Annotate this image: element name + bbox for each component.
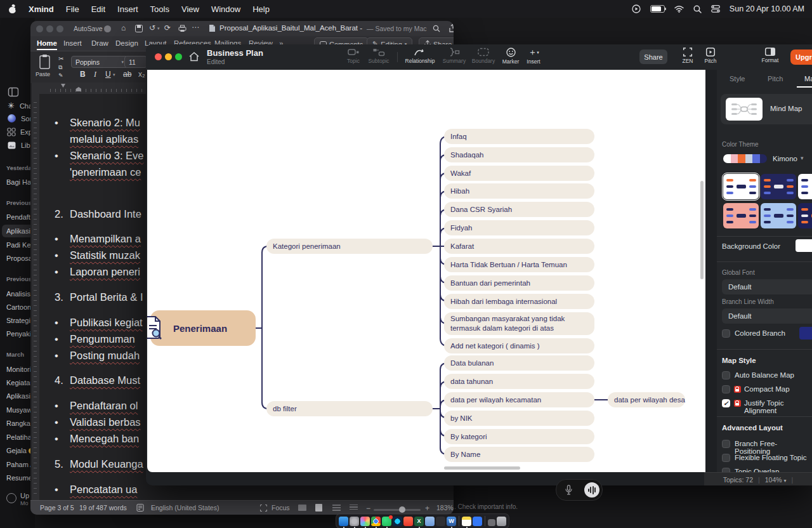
- battery-icon[interactable]: [650, 5, 665, 13]
- upgrade-button[interactable]: Upgrade: [790, 50, 812, 65]
- dock-icon-blue-app[interactable]: [473, 517, 482, 526]
- print-icon[interactable]: [178, 25, 187, 32]
- search-icon[interactable]: [433, 25, 440, 32]
- zoom-icon[interactable]: [56, 25, 63, 32]
- topic-kategori-penerimaan[interactable]: Kategori penerimaan: [266, 239, 433, 254]
- chevron-down-icon[interactable]: ▾: [801, 155, 804, 161]
- autosave-toggle[interactable]: [104, 25, 111, 32]
- dock-icon-red-app[interactable]: [403, 517, 413, 526]
- tool-boundary[interactable]: Boundary: [467, 48, 500, 64]
- cut-icon[interactable]: ✂: [58, 55, 63, 62]
- dock-icon-photos[interactable]: [360, 517, 370, 526]
- tool-subtopic[interactable]: Subtopic: [362, 48, 395, 64]
- subtopic[interactable]: Harta Tidak Bertuan / Harta Temuan: [444, 257, 594, 272]
- colored-branch-checkbox[interactable]: [722, 329, 730, 338]
- tab-design[interactable]: Design: [115, 39, 138, 47]
- subtopic[interactable]: By Name: [444, 447, 594, 462]
- structure-card[interactable]: Mind Map: [721, 94, 812, 124]
- tab-home[interactable]: Home: [37, 39, 57, 47]
- upgrade-icon[interactable]: [6, 493, 16, 503]
- tool-summary[interactable]: Summary: [439, 48, 469, 64]
- theme-color-strip[interactable]: [723, 154, 767, 163]
- branch-color-swatch[interactable]: [799, 327, 812, 340]
- subtopic[interactable]: Shadaqah: [444, 147, 594, 162]
- zoom-out-button[interactable]: −: [366, 504, 370, 513]
- subtopic[interactable]: data per wilayah kecamatan: [444, 392, 594, 407]
- subtopic[interactable]: Hibah: [444, 183, 594, 199]
- compact-map-checkbox[interactable]: [722, 385, 730, 393]
- theme-thumbnail-selected[interactable]: [723, 174, 759, 199]
- tool-insert[interactable]: ＋▾ Insert: [520, 48, 547, 65]
- tool-relationship[interactable]: Relationship: [400, 48, 440, 64]
- panel-tab-pitch[interactable]: Pitch: [768, 75, 783, 82]
- dock-icon-dark-app[interactable]: [436, 517, 445, 526]
- format-painter-icon[interactable]: ✎: [58, 72, 63, 79]
- strikethrough-button[interactable]: ab: [123, 70, 131, 79]
- sidebar-toggle-icon[interactable]: [8, 88, 18, 96]
- read-mode-icon[interactable]: [298, 505, 306, 511]
- chevron-down-icon[interactable]: ▾: [113, 72, 115, 77]
- theme-thumbnail[interactable]: [761, 174, 796, 199]
- dock-icon-excel[interactable]: X: [414, 517, 424, 526]
- upgrade-label[interactable]: Up: [20, 492, 29, 499]
- share-icon[interactable]: [449, 24, 454, 32]
- font-name-select[interactable]: Poppins▾: [71, 56, 128, 68]
- indent-marker[interactable]: [61, 84, 65, 88]
- dock-icon-settings[interactable]: [350, 517, 359, 526]
- theme-name[interactable]: Kimono: [773, 155, 797, 162]
- menu-view[interactable]: View: [181, 4, 199, 14]
- justify-alignment-checkbox[interactable]: ✓: [722, 399, 730, 407]
- copy-icon[interactable]: ⧉: [58, 64, 62, 71]
- branch-free-positioning-checkbox[interactable]: [722, 440, 730, 448]
- underline-button[interactable]: U: [105, 70, 111, 79]
- word-count[interactable]: 19 of 487 words: [79, 504, 127, 512]
- dock-icon-whatsapp[interactable]: [382, 517, 391, 526]
- format-button[interactable]: Format: [756, 48, 784, 63]
- more-icon[interactable]: ⋯: [192, 23, 200, 32]
- font-size-select[interactable]: 11: [124, 56, 147, 68]
- paste-label[interactable]: Paste: [36, 71, 50, 77]
- subtopic[interactable]: Fidyah: [444, 220, 594, 235]
- italic-button[interactable]: I: [94, 70, 96, 79]
- menu-window[interactable]: Window: [211, 4, 240, 14]
- wifi-icon[interactable]: [674, 6, 684, 13]
- dock-icon-folder[interactable]: [425, 517, 435, 526]
- subtopic[interactable]: By kategori: [444, 429, 594, 444]
- indent-marker[interactable]: [76, 87, 81, 91]
- zoom-in-button[interactable]: +: [425, 504, 429, 513]
- apple-menu-icon[interactable]: [9, 4, 16, 13]
- subscript-button[interactable]: x₂: [138, 70, 145, 79]
- central-topic[interactable]: Penerimaan: [150, 310, 256, 346]
- home-icon[interactable]: [189, 52, 199, 62]
- save-icon[interactable]: [135, 25, 143, 32]
- language-indicator[interactable]: English (United States): [151, 504, 219, 512]
- subtopic[interactable]: Dana CSR Syariah: [444, 202, 594, 217]
- pitch-button[interactable]: Pitch: [699, 48, 722, 64]
- menu-edit[interactable]: Edit: [91, 4, 105, 14]
- menu-bar-clock[interactable]: Sun 20 Apr 10.00 AM: [730, 4, 804, 13]
- paste-clipboard-icon[interactable]: [39, 55, 51, 70]
- sidebar-item-explore[interactable]: Exp: [8, 128, 32, 136]
- mindmap-canvas[interactable]: Penerimaan Kategori penerimaan db filter…: [147, 70, 705, 472]
- draft-view-icon[interactable]: [350, 505, 358, 511]
- global-font-select[interactable]: Default: [722, 279, 812, 294]
- auto-balance-checkbox[interactable]: [722, 371, 730, 380]
- theme-thumbnail[interactable]: [723, 203, 759, 228]
- share-button[interactable]: Share: [639, 50, 667, 64]
- dock-minimized-window[interactable]: [488, 519, 495, 526]
- flexible-floating-topic-checkbox[interactable]: [722, 454, 730, 462]
- home-icon[interactable]: ⌂: [121, 23, 126, 32]
- undo-icon[interactable]: ↺: [149, 23, 155, 32]
- microphone-icon[interactable]: [565, 485, 572, 495]
- theme-thumbnail[interactable]: [798, 203, 812, 228]
- sidebar-item-chatgpt[interactable]: ✳Cha: [8, 101, 32, 110]
- menu-tools[interactable]: Tools: [150, 4, 169, 14]
- subtopic[interactable]: data tahunan: [444, 374, 594, 389]
- branch-line-width-select[interactable]: Default: [722, 308, 812, 324]
- dock-icon-notes[interactable]: [462, 517, 471, 526]
- dictation-button[interactable]: [584, 482, 599, 498]
- subtopic[interactable]: Infaq: [444, 129, 594, 144]
- topic-db-filter[interactable]: db filter: [266, 401, 433, 416]
- subtopic[interactable]: Sumbangan masyarakat yang tidak termasuk…: [444, 312, 594, 335]
- subtopic[interactable]: Add net kategori ( dinamis ): [444, 338, 594, 353]
